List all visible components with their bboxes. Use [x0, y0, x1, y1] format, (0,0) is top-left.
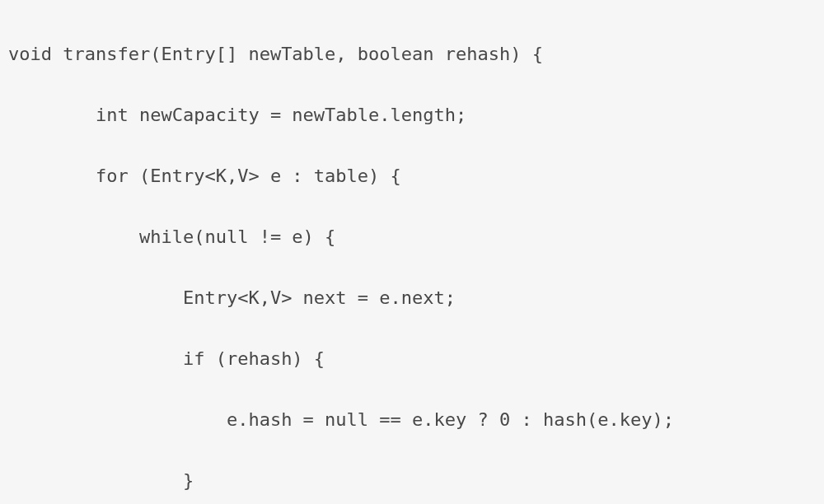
- code-block: void transfer(Entry[] newTable, boolean …: [0, 0, 824, 504]
- code-line: Entry<K,V> next = e.next;: [8, 282, 824, 313]
- code-line: if (rehash) {: [8, 343, 824, 374]
- code-line: int newCapacity = newTable.length;: [8, 100, 824, 130]
- code-line: for (Entry<K,V> e : table) {: [8, 161, 824, 191]
- code-line: }: [8, 465, 824, 496]
- code-line: e.hash = null == e.key ? 0 : hash(e.key)…: [8, 404, 824, 435]
- code-line: void transfer(Entry[] newTable, boolean …: [8, 39, 824, 69]
- code-line: while(null != e) {: [8, 222, 824, 252]
